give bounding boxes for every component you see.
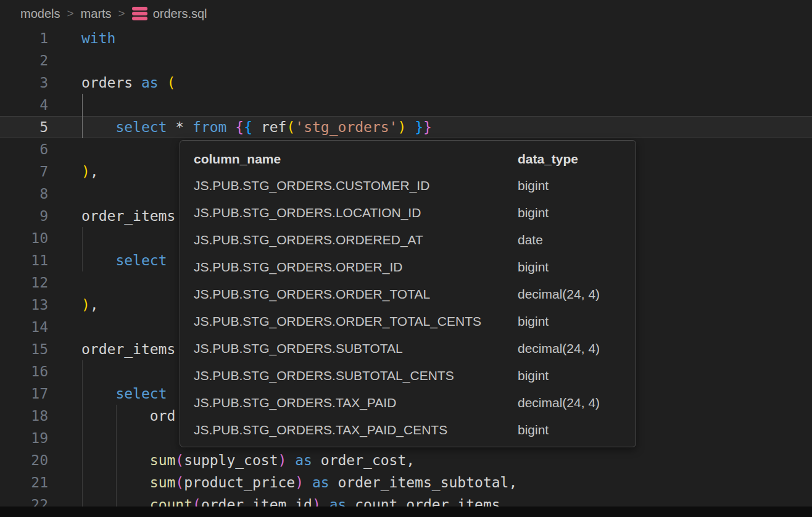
gutter-spacer: [48, 160, 81, 183]
data-type-cell: decimal(24, 4): [518, 395, 626, 410]
column-name-cell: JS.PUB.STG_ORDERS.ORDER_TOTAL_CENTS: [194, 314, 518, 329]
gutter-spacer: [48, 138, 81, 160]
code-line-2[interactable]: 2: [0, 49, 812, 72]
line-number-11[interactable]: 11: [0, 249, 48, 271]
code-line-5[interactable]: 5 select * from {{ ref('stg_orders') }}: [0, 116, 812, 138]
line-number-8[interactable]: 8: [0, 183, 48, 205]
line-number-16[interactable]: 16: [0, 360, 48, 383]
data-type-cell: bigint: [518, 260, 626, 275]
gutter-spacer: [48, 27, 81, 49]
code-text[interactable]: sum(product_price) as order_items_subtot…: [81, 471, 517, 494]
popup-header-data-type: data_type: [518, 152, 626, 167]
code-text[interactable]: select: [81, 383, 167, 405]
line-number-7[interactable]: 7: [0, 160, 48, 183]
popup-table-row: JS.PUB.STG_ORDERS.TAX_PAID_CENTSbigint: [180, 416, 636, 444]
line-number-13[interactable]: 13: [0, 294, 48, 316]
gutter-spacer: [48, 338, 81, 360]
code-text[interactable]: with: [81, 27, 115, 49]
data-type-cell: bigint: [518, 205, 626, 220]
gutter-spacer: [48, 271, 81, 294]
line-number-4[interactable]: 4: [0, 94, 48, 116]
popup-table-row: JS.PUB.STG_ORDERS.TAX_PAIDdecimal(24, 4): [180, 389, 636, 416]
code-text[interactable]: select * from {{ ref('stg_orders') }}: [81, 116, 432, 138]
code-line-21[interactable]: 21 sum(product_price) as order_items_sub…: [0, 471, 812, 494]
line-number-18[interactable]: 18: [0, 405, 48, 427]
column-name-cell: JS.PUB.STG_ORDERS.TAX_PAID_CENTS: [194, 423, 518, 437]
chevron-right-icon: >: [118, 7, 125, 20]
line-number-21[interactable]: 21: [0, 471, 48, 494]
line-number-2[interactable]: 2: [0, 49, 48, 72]
gutter-spacer: [48, 383, 81, 405]
line-number-12[interactable]: 12: [0, 271, 48, 294]
gutter-spacer: [48, 360, 81, 383]
gutter-spacer: [48, 249, 81, 271]
breadcrumb-item-file[interactable]: orders.sql: [132, 7, 207, 21]
line-number-6[interactable]: 6: [0, 138, 48, 160]
indent-guide: [116, 427, 117, 449]
code-text[interactable]: ),: [81, 160, 99, 183]
column-name-cell: JS.PUB.STG_ORDERS.LOCATION_ID: [194, 205, 518, 220]
code-text[interactable]: order_items: [81, 205, 175, 227]
line-number-5[interactable]: 5: [0, 116, 48, 138]
line-number-14[interactable]: 14: [0, 316, 48, 338]
gutter-spacer: [48, 116, 81, 138]
line-number-1[interactable]: 1: [0, 27, 48, 49]
gutter-spacer: [48, 227, 81, 249]
indent-guide: [82, 227, 83, 249]
popup-table-row: JS.PUB.STG_ORDERS.SUBTOTAL_CENTSbigint: [180, 362, 636, 389]
chevron-right-icon: >: [67, 7, 73, 20]
popup-header-column-name: column_name: [194, 152, 518, 167]
popup-table-row: JS.PUB.STG_ORDERS.CUSTOMER_IDbigint: [180, 172, 636, 199]
popup-table-row: JS.PUB.STG_ORDERS.ORDERED_ATdate: [180, 226, 636, 254]
code-text[interactable]: select: [81, 249, 167, 271]
data-type-cell: decimal(24, 4): [518, 287, 626, 302]
breadcrumb-item-models[interactable]: models: [20, 7, 60, 21]
line-number-20[interactable]: 20: [0, 449, 48, 471]
column-name-cell: JS.PUB.STG_ORDERS.ORDER_TOTAL: [194, 287, 518, 302]
code-text[interactable]: sum(supply_cost) as order_cost,: [81, 449, 415, 471]
file-name: orders.sql: [153, 7, 207, 21]
data-type-cell: bigint: [518, 423, 626, 437]
popup-table-row: JS.PUB.STG_ORDERS.SUBTOTALdecimal(24, 4): [180, 335, 636, 362]
gutter-spacer: [48, 49, 81, 72]
database-icon: [132, 7, 147, 20]
data-type-cell: decimal(24, 4): [518, 341, 626, 356]
line-number-10[interactable]: 10: [0, 227, 48, 249]
code-line-4[interactable]: 4: [0, 94, 812, 116]
line-number-3[interactable]: 3: [0, 72, 48, 94]
line-number-9[interactable]: 9: [0, 205, 48, 227]
code-line-1[interactable]: 1with: [0, 27, 812, 49]
code-line-3[interactable]: 3orders as (: [0, 72, 812, 94]
indent-guide: [82, 360, 83, 383]
data-type-cell: bigint: [518, 314, 626, 329]
code-text[interactable]: ord: [81, 405, 175, 427]
gutter-spacer: [48, 205, 81, 227]
popup-table-row: JS.PUB.STG_ORDERS.ORDER_TOTALdecimal(24,…: [180, 281, 636, 308]
bottom-panel-edge: [0, 507, 812, 517]
code-text[interactable]: ),: [81, 294, 99, 316]
line-number-17[interactable]: 17: [0, 383, 48, 405]
popup-table-row: JS.PUB.STG_ORDERS.ORDER_TOTAL_CENTSbigin…: [180, 308, 636, 335]
gutter-spacer: [48, 316, 81, 338]
breadcrumb-item-marts[interactable]: marts: [81, 7, 112, 21]
gutter-spacer: [48, 427, 81, 449]
breadcrumb: models > marts > orders.sql: [0, 0, 812, 27]
line-number-15[interactable]: 15: [0, 338, 48, 360]
code-line-20[interactable]: 20 sum(supply_cost) as order_cost,: [0, 449, 812, 471]
data-type-cell: bigint: [518, 368, 626, 383]
gutter-spacer: [48, 405, 81, 427]
gutter-spacer: [48, 294, 81, 316]
code-text[interactable]: order_items: [81, 338, 175, 360]
data-type-cell: date: [518, 233, 626, 247]
column-name-cell: JS.PUB.STG_ORDERS.ORDER_ID: [194, 260, 518, 275]
line-number-19[interactable]: 19: [0, 427, 48, 449]
column-name-cell: JS.PUB.STG_ORDERS.ORDERED_AT: [194, 233, 518, 247]
column-name-cell: JS.PUB.STG_ORDERS.SUBTOTAL_CENTS: [194, 368, 518, 383]
gutter-spacer: [48, 449, 81, 471]
code-text[interactable]: orders as (: [81, 72, 175, 94]
indent-guide: [82, 427, 83, 449]
column-name-cell: JS.PUB.STG_ORDERS.CUSTOMER_ID: [194, 178, 518, 193]
column-name-cell: JS.PUB.STG_ORDERS.SUBTOTAL: [194, 341, 518, 356]
popup-header-row: column_name data_type: [180, 146, 636, 172]
hover-popup: column_name data_type JS.PUB.STG_ORDERS.…: [180, 140, 636, 447]
